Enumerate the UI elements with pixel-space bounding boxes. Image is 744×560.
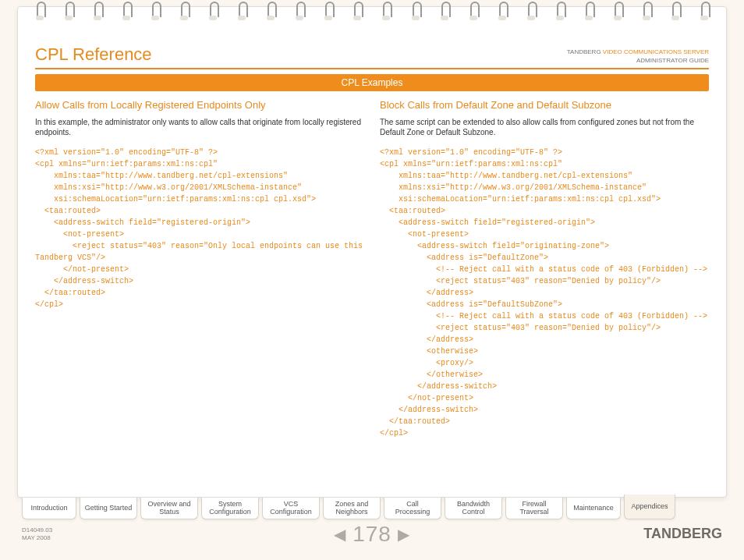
spiral-ring	[468, 0, 479, 25]
tab-label-line: Status	[144, 508, 194, 516]
tab-label-line: Getting Started	[83, 504, 133, 512]
doc-id: D14049.03	[22, 526, 52, 534]
spiral-ring	[121, 0, 132, 25]
tab-label-line: Maintenance	[570, 504, 617, 512]
tab-system-configuration[interactable]: SystemConfiguration	[201, 498, 259, 519]
left-column: Allow Calls from Locally Registered Endp…	[35, 99, 364, 439]
tab-label-line: Call	[388, 500, 438, 508]
spiral-ring	[150, 0, 161, 25]
tab-label-line: Appendices	[628, 502, 671, 510]
footer: D14049.03 MAY 2008 ◀ 178 ▶ TANDBERG	[22, 526, 722, 542]
content-columns: Allow Calls from Locally Registered Endp…	[35, 99, 709, 439]
right-code-block: <?xml version="1.0" encoding="UTF-8" ?> …	[380, 147, 709, 439]
spiral-ring	[352, 0, 363, 25]
tab-label-line: Bandwidth	[448, 500, 498, 508]
spiral-ring	[323, 0, 334, 25]
tab-getting-started[interactable]: Getting Started	[80, 498, 137, 519]
footer-brand: TANDBERG	[643, 526, 722, 542]
tab-label-line: Zones and	[327, 500, 377, 508]
tab-bandwidth-control[interactable]: BandwidthControl	[445, 498, 502, 519]
right-heading: Block Calls from Default Zone and Defaul…	[380, 99, 709, 111]
tab-overview-and-status[interactable]: Overview andStatus	[140, 498, 198, 519]
tab-introduction[interactable]: Introduction	[22, 498, 76, 519]
page-title: CPL Reference	[35, 44, 152, 65]
header-right: TANDBERG VIDEO COMMUNICATIONS SERVER ADM…	[567, 48, 709, 65]
tab-label-line: Control	[448, 508, 498, 516]
tab-label-line: Traversal	[509, 508, 559, 516]
spiral-ring	[554, 0, 565, 25]
header-subtitle: ADMINISTRATOR GUIDE	[567, 56, 709, 65]
tab-label-line: VCS	[266, 500, 316, 508]
spiral-ring	[583, 0, 594, 25]
header-row: CPL Reference TANDBERG VIDEO COMMUNICATI…	[35, 44, 709, 69]
tab-label-line: System	[205, 500, 255, 508]
spiral-ring	[265, 0, 276, 25]
tab-label-line: Configuration	[205, 508, 255, 516]
spiral-ring	[439, 0, 450, 25]
tab-vcs-configuration[interactable]: VCSConfiguration	[262, 498, 320, 519]
tab-label-line: Neighbors	[327, 508, 377, 516]
spiral-ring	[236, 0, 247, 25]
left-description: In this example, the administrator only …	[35, 117, 364, 137]
spiral-binding	[17, 0, 727, 28]
spiral-ring	[294, 0, 305, 25]
spiral-ring	[381, 0, 391, 25]
next-page-arrow-icon[interactable]: ▶	[398, 525, 410, 544]
tab-label-line: Overview and	[144, 500, 194, 508]
tab-appendices[interactable]: Appendices	[624, 494, 675, 519]
left-code-block: <?xml version="1.0" encoding="UTF-8" ?> …	[35, 147, 364, 310]
spiral-ring	[207, 0, 218, 25]
tab-label-line: Configuration	[266, 508, 316, 516]
tab-row: IntroductionGetting StartedOverview andS…	[22, 498, 724, 519]
spiral-ring	[410, 0, 421, 25]
page-number: 178	[353, 522, 391, 547]
section-bar: CPL Examples	[35, 74, 709, 91]
spiral-ring	[670, 0, 681, 25]
tab-label-line: Processing	[388, 508, 438, 516]
spiral-ring	[63, 0, 74, 25]
prev-page-arrow-icon[interactable]: ◀	[334, 525, 346, 544]
spiral-ring	[641, 0, 652, 25]
doc-date: MAY 2008	[22, 534, 52, 542]
spiral-ring	[34, 0, 45, 25]
spiral-ring	[92, 0, 103, 25]
tab-maintenance[interactable]: Maintenance	[566, 498, 621, 519]
brand-product: VIDEO COMMUNICATIONS SERVER	[603, 48, 709, 55]
left-heading: Allow Calls from Locally Registered Endp…	[35, 99, 364, 111]
spiral-ring	[699, 0, 710, 25]
spiral-ring	[612, 0, 623, 25]
right-description: The same script can be extended to also …	[380, 117, 709, 137]
spiral-ring	[497, 0, 508, 25]
page-container: CPL Reference TANDBERG VIDEO COMMUNICATI…	[17, 6, 727, 498]
doc-id-block: D14049.03 MAY 2008	[22, 526, 52, 542]
tab-zones-and-neighbors[interactable]: Zones andNeighbors	[323, 498, 381, 519]
tab-firewall-traversal[interactable]: FirewallTraversal	[505, 498, 563, 519]
spiral-ring	[526, 0, 537, 25]
page-number-nav: ◀ 178 ▶	[334, 522, 410, 547]
tab-call-processing[interactable]: CallProcessing	[384, 498, 441, 519]
tab-label-line: Introduction	[26, 504, 73, 512]
tab-label-line: Firewall	[509, 500, 559, 508]
brand-prefix: TANDBERG	[567, 48, 603, 55]
spiral-ring	[179, 0, 190, 25]
right-column: Block Calls from Default Zone and Defaul…	[380, 99, 709, 439]
